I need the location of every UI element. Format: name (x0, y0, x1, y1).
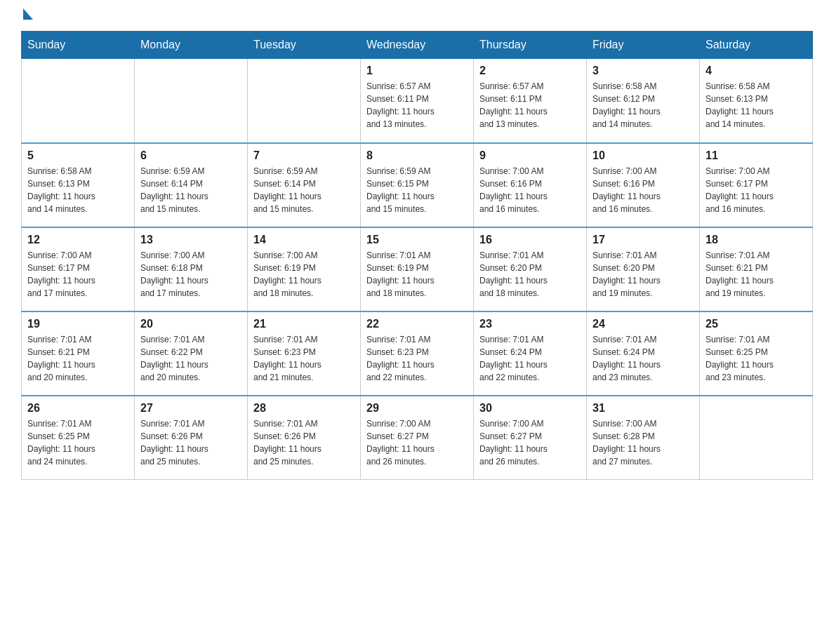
day-info: Sunrise: 6:59 AMSunset: 6:15 PMDaylight:… (366, 165, 468, 215)
day-info: Sunrise: 7:01 AMSunset: 6:20 PMDaylight:… (593, 249, 694, 300)
calendar-cell: 14Sunrise: 7:00 AMSunset: 6:19 PMDayligh… (248, 227, 361, 311)
day-number: 14 (253, 234, 355, 246)
calendar-cell: 28Sunrise: 7:01 AMSunset: 6:26 PMDayligh… (248, 396, 361, 480)
calendar-cell: 21Sunrise: 7:01 AMSunset: 6:23 PMDayligh… (248, 311, 361, 396)
day-info: Sunrise: 7:00 AMSunset: 6:17 PMDaylight:… (706, 165, 807, 215)
day-info: Sunrise: 6:57 AMSunset: 6:11 PMDaylight:… (479, 80, 581, 130)
day-info: Sunrise: 7:00 AMSunset: 6:27 PMDaylight:… (366, 417, 468, 468)
day-info: Sunrise: 7:01 AMSunset: 6:21 PMDaylight:… (27, 333, 128, 384)
calendar-week-row: 26Sunrise: 7:01 AMSunset: 6:25 PMDayligh… (22, 396, 813, 480)
day-info: Sunrise: 7:00 AMSunset: 6:18 PMDaylight:… (140, 249, 241, 300)
day-number: 19 (27, 318, 128, 330)
day-info: Sunrise: 6:59 AMSunset: 6:14 PMDaylight:… (253, 165, 355, 215)
calendar-cell: 23Sunrise: 7:01 AMSunset: 6:24 PMDayligh… (474, 311, 587, 396)
day-number: 25 (706, 318, 807, 330)
calendar-week-row: 19Sunrise: 7:01 AMSunset: 6:21 PMDayligh… (22, 311, 813, 396)
calendar-cell: 5Sunrise: 6:58 AMSunset: 6:13 PMDaylight… (22, 143, 135, 227)
day-number: 31 (593, 402, 694, 415)
day-number: 30 (479, 402, 581, 415)
day-number: 6 (140, 149, 241, 162)
day-number: 29 (366, 402, 468, 415)
day-number: 4 (706, 65, 807, 77)
day-info: Sunrise: 7:01 AMSunset: 6:23 PMDaylight:… (253, 333, 355, 384)
calendar-cell: 9Sunrise: 7:00 AMSunset: 6:16 PMDaylight… (474, 143, 587, 227)
page-header (21, 14, 813, 17)
calendar-week-row: 1Sunrise: 6:57 AMSunset: 6:11 PMDaylight… (22, 59, 813, 143)
day-number: 22 (366, 318, 468, 330)
calendar-cell: 6Sunrise: 6:59 AMSunset: 6:14 PMDaylight… (135, 143, 248, 227)
day-info: Sunrise: 7:01 AMSunset: 6:26 PMDaylight:… (253, 417, 355, 468)
day-info: Sunrise: 6:58 AMSunset: 6:13 PMDaylight:… (706, 80, 807, 130)
day-number: 3 (593, 65, 694, 77)
logo (21, 14, 33, 15)
calendar-week-row: 5Sunrise: 6:58 AMSunset: 6:13 PMDaylight… (22, 143, 813, 227)
day-number: 2 (479, 65, 581, 77)
calendar-cell: 20Sunrise: 7:01 AMSunset: 6:22 PMDayligh… (135, 311, 248, 396)
calendar-table: SundayMondayTuesdayWednesdayThursdayFrid… (21, 31, 813, 480)
calendar-cell (700, 396, 813, 480)
day-info: Sunrise: 7:01 AMSunset: 6:19 PMDaylight:… (366, 249, 468, 300)
calendar-cell: 17Sunrise: 7:01 AMSunset: 6:20 PMDayligh… (587, 227, 700, 311)
calendar-cell: 15Sunrise: 7:01 AMSunset: 6:19 PMDayligh… (361, 227, 474, 311)
day-info: Sunrise: 6:59 AMSunset: 6:14 PMDaylight:… (140, 165, 241, 215)
calendar-cell: 19Sunrise: 7:01 AMSunset: 6:21 PMDayligh… (22, 311, 135, 396)
day-number: 21 (253, 318, 355, 330)
calendar-week-row: 12Sunrise: 7:00 AMSunset: 6:17 PMDayligh… (22, 227, 813, 311)
day-info: Sunrise: 7:00 AMSunset: 6:19 PMDaylight:… (253, 249, 355, 300)
day-info: Sunrise: 7:01 AMSunset: 6:20 PMDaylight:… (479, 249, 581, 300)
weekday-header-thursday: Thursday (474, 32, 587, 59)
day-info: Sunrise: 7:01 AMSunset: 6:23 PMDaylight:… (366, 333, 468, 384)
day-number: 27 (140, 402, 241, 415)
day-info: Sunrise: 7:00 AMSunset: 6:17 PMDaylight:… (27, 249, 128, 300)
calendar-cell: 24Sunrise: 7:01 AMSunset: 6:24 PMDayligh… (587, 311, 700, 396)
calendar-cell: 1Sunrise: 6:57 AMSunset: 6:11 PMDaylight… (361, 59, 474, 143)
weekday-header-friday: Friday (587, 32, 700, 59)
day-info: Sunrise: 7:01 AMSunset: 6:22 PMDaylight:… (140, 333, 241, 384)
day-number: 15 (366, 234, 468, 246)
day-info: Sunrise: 7:00 AMSunset: 6:27 PMDaylight:… (479, 417, 581, 468)
calendar-cell: 18Sunrise: 7:01 AMSunset: 6:21 PMDayligh… (700, 227, 813, 311)
weekday-header-sunday: Sunday (22, 32, 135, 59)
calendar-cell: 3Sunrise: 6:58 AMSunset: 6:12 PMDaylight… (587, 59, 700, 143)
calendar-cell: 2Sunrise: 6:57 AMSunset: 6:11 PMDaylight… (474, 59, 587, 143)
day-number: 16 (479, 234, 581, 246)
weekday-header-monday: Monday (135, 32, 248, 59)
day-number: 8 (366, 149, 468, 162)
day-info: Sunrise: 7:01 AMSunset: 6:25 PMDaylight:… (27, 417, 128, 468)
day-info: Sunrise: 7:01 AMSunset: 6:25 PMDaylight:… (706, 333, 807, 384)
calendar-cell: 8Sunrise: 6:59 AMSunset: 6:15 PMDaylight… (361, 143, 474, 227)
day-number: 13 (140, 234, 241, 246)
day-number: 17 (593, 234, 694, 246)
logo-line1 (21, 14, 33, 20)
day-number: 20 (140, 318, 241, 330)
day-info: Sunrise: 7:01 AMSunset: 6:26 PMDaylight:… (140, 417, 241, 468)
weekday-header-row: SundayMondayTuesdayWednesdayThursdayFrid… (22, 32, 813, 59)
day-info: Sunrise: 7:01 AMSunset: 6:21 PMDaylight:… (706, 249, 807, 300)
day-info: Sunrise: 6:57 AMSunset: 6:11 PMDaylight:… (366, 80, 468, 130)
calendar-cell (135, 59, 248, 143)
day-number: 1 (366, 65, 468, 77)
day-info: Sunrise: 7:00 AMSunset: 6:16 PMDaylight:… (593, 165, 694, 215)
weekday-header-saturday: Saturday (700, 32, 813, 59)
calendar-cell: 22Sunrise: 7:01 AMSunset: 6:23 PMDayligh… (361, 311, 474, 396)
day-number: 26 (27, 402, 128, 415)
day-number: 28 (253, 402, 355, 415)
calendar-cell: 11Sunrise: 7:00 AMSunset: 6:17 PMDayligh… (700, 143, 813, 227)
day-info: Sunrise: 7:00 AMSunset: 6:28 PMDaylight:… (593, 417, 694, 468)
day-number: 5 (27, 149, 128, 162)
day-number: 18 (706, 234, 807, 246)
calendar-cell: 31Sunrise: 7:00 AMSunset: 6:28 PMDayligh… (587, 396, 700, 480)
day-number: 11 (706, 149, 807, 162)
calendar-cell (22, 59, 135, 143)
calendar-cell: 10Sunrise: 7:00 AMSunset: 6:16 PMDayligh… (587, 143, 700, 227)
day-info: Sunrise: 7:00 AMSunset: 6:16 PMDaylight:… (479, 165, 581, 215)
day-info: Sunrise: 6:58 AMSunset: 6:13 PMDaylight:… (27, 165, 128, 215)
day-number: 7 (253, 149, 355, 162)
calendar-cell: 13Sunrise: 7:00 AMSunset: 6:18 PMDayligh… (135, 227, 248, 311)
weekday-header-tuesday: Tuesday (248, 32, 361, 59)
day-number: 9 (479, 149, 581, 162)
day-info: Sunrise: 7:01 AMSunset: 6:24 PMDaylight:… (479, 333, 581, 384)
calendar-cell: 25Sunrise: 7:01 AMSunset: 6:25 PMDayligh… (700, 311, 813, 396)
day-number: 12 (27, 234, 128, 246)
calendar-cell: 26Sunrise: 7:01 AMSunset: 6:25 PMDayligh… (22, 396, 135, 480)
